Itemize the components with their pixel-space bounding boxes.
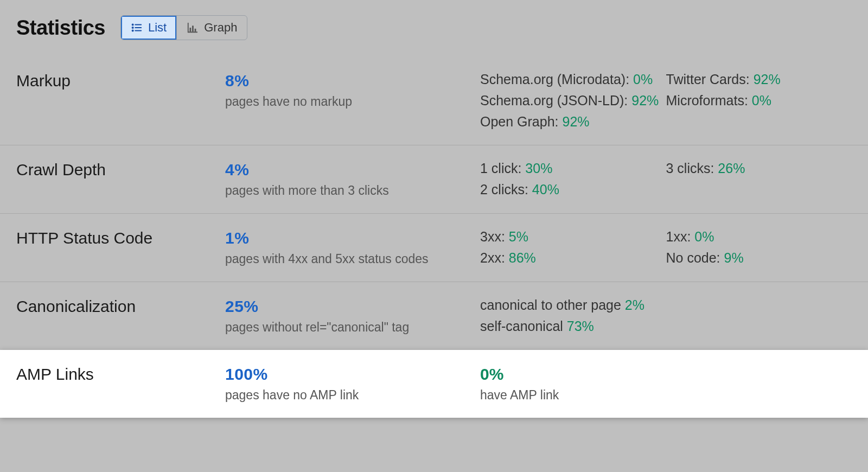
metric-percent[interactable]: 100% bbox=[225, 365, 480, 384]
kv-item[interactable]: 3 clicks: 26% bbox=[666, 161, 852, 176]
row-markup: Markup 8% pages have no markup Schema.or… bbox=[0, 56, 868, 145]
panel-header: Statistics List Graph bbox=[0, 15, 868, 56]
metric-name: AMP Links bbox=[16, 365, 225, 384]
row-amp-links: AMP Links 100% pages have no AMP link 0%… bbox=[0, 350, 868, 418]
view-graph-button[interactable]: Graph bbox=[176, 16, 247, 40]
main-stat: 8% pages have no markup bbox=[225, 72, 480, 109]
breakdown-col-2: Twitter Cards: 92% Microformats: 0% bbox=[666, 72, 852, 109]
page-title: Statistics bbox=[16, 16, 105, 40]
view-list-button[interactable]: List bbox=[121, 16, 176, 40]
breakdown-col-1: 3xx: 5% 2xx: 86% bbox=[480, 229, 666, 266]
metric-percent[interactable]: 1% bbox=[225, 229, 480, 247]
main-stat: 100% pages have no AMP link bbox=[225, 365, 480, 403]
metric-desc: pages have no markup bbox=[225, 94, 480, 109]
metric-percent[interactable]: 8% bbox=[225, 72, 480, 90]
svg-point-4 bbox=[132, 30, 133, 31]
kv-item[interactable]: No code: 9% bbox=[666, 250, 852, 266]
svg-point-0 bbox=[132, 24, 133, 25]
kv-item[interactable]: 2 clicks: 40% bbox=[480, 182, 666, 197]
bar-chart-icon bbox=[187, 22, 199, 34]
kv-item[interactable]: 2xx: 86% bbox=[480, 250, 666, 266]
list-icon bbox=[131, 22, 143, 34]
breakdown-col-2: 3 clicks: 26% bbox=[666, 161, 852, 176]
kv-item[interactable]: canonical to other page 2% bbox=[480, 297, 666, 313]
svg-rect-8 bbox=[190, 28, 192, 31]
metric-name: HTTP Status Code bbox=[16, 229, 225, 247]
svg-rect-10 bbox=[195, 29, 196, 32]
kv-item[interactable]: Microformats: 0% bbox=[666, 93, 852, 109]
kv-item[interactable]: Schema.org (Microdata): 0% bbox=[480, 72, 666, 87]
stats-rows: Markup 8% pages have no markup Schema.or… bbox=[0, 56, 868, 418]
kv-item[interactable]: self-canonical 73% bbox=[480, 318, 666, 334]
metric-desc: pages without rel="canonical" tag bbox=[225, 320, 480, 335]
kv-item[interactable]: Open Graph: 92% bbox=[480, 114, 666, 130]
main-stat: 25% pages without rel="canonical" tag bbox=[225, 297, 480, 335]
metric-desc: pages with 4xx and 5xx status codes bbox=[225, 252, 480, 266]
view-toggle: List Graph bbox=[120, 15, 247, 40]
metric-name: Crawl Depth bbox=[16, 161, 225, 179]
row-crawl-depth: Crawl Depth 4% pages with more than 3 cl… bbox=[0, 145, 868, 213]
metric-name: Canonicalization bbox=[16, 297, 225, 316]
main-stat: 4% pages with more than 3 clicks bbox=[225, 161, 480, 198]
kv-item[interactable]: 1xx: 0% bbox=[666, 229, 852, 245]
kv-item[interactable]: 1 click: 30% bbox=[480, 161, 666, 176]
view-graph-label: Graph bbox=[204, 21, 237, 35]
breakdown-col-2: 1xx: 0% No code: 9% bbox=[666, 229, 852, 266]
metric-name: Markup bbox=[16, 72, 225, 90]
metric-percent[interactable]: 4% bbox=[225, 161, 480, 179]
main-stat: 1% pages with 4xx and 5xx status codes bbox=[225, 229, 480, 266]
statistics-panel: Statistics List Graph bbox=[0, 0, 868, 418]
kv-item[interactable]: Twitter Cards: 92% bbox=[666, 72, 852, 87]
breakdown-col-1: 1 click: 30% 2 clicks: 40% bbox=[480, 161, 666, 197]
amp-have-desc: have AMP link bbox=[480, 388, 852, 403]
metric-percent[interactable]: 25% bbox=[225, 297, 480, 316]
svg-rect-9 bbox=[192, 25, 194, 31]
metric-desc: pages have no AMP link bbox=[225, 388, 480, 403]
metric-desc: pages with more than 3 clicks bbox=[225, 183, 480, 198]
kv-item[interactable]: 3xx: 5% bbox=[480, 229, 666, 245]
amp-have-percent[interactable]: 0% bbox=[480, 365, 852, 384]
kv-item[interactable]: Schema.org (JSON-LD): 92% bbox=[480, 93, 666, 109]
breakdown-col-1: Schema.org (Microdata): 0% Schema.org (J… bbox=[480, 72, 666, 130]
amp-have-stat: 0% have AMP link bbox=[480, 365, 852, 403]
row-canonicalization: Canonicalization 25% pages without rel="… bbox=[0, 282, 868, 350]
svg-point-2 bbox=[132, 27, 133, 28]
row-http-status: HTTP Status Code 1% pages with 4xx and 5… bbox=[0, 213, 868, 282]
breakdown-col-1: canonical to other page 2% self-canonica… bbox=[480, 297, 666, 334]
view-list-label: List bbox=[148, 21, 167, 35]
